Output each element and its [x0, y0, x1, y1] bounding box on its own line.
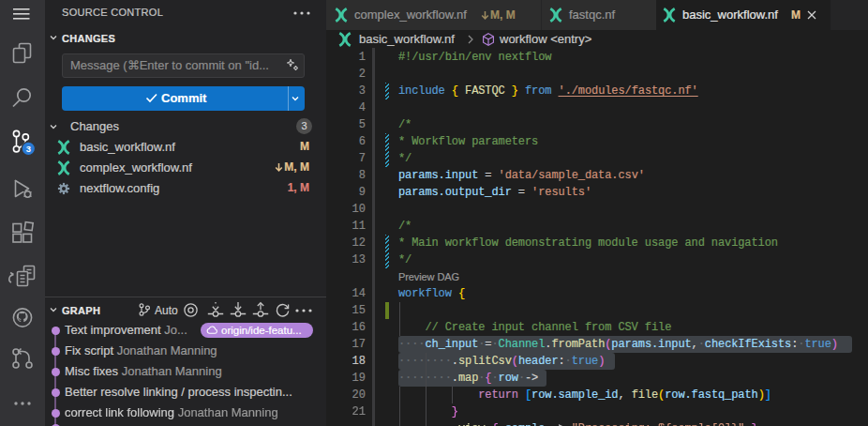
svg-text:3: 3 [26, 144, 31, 154]
